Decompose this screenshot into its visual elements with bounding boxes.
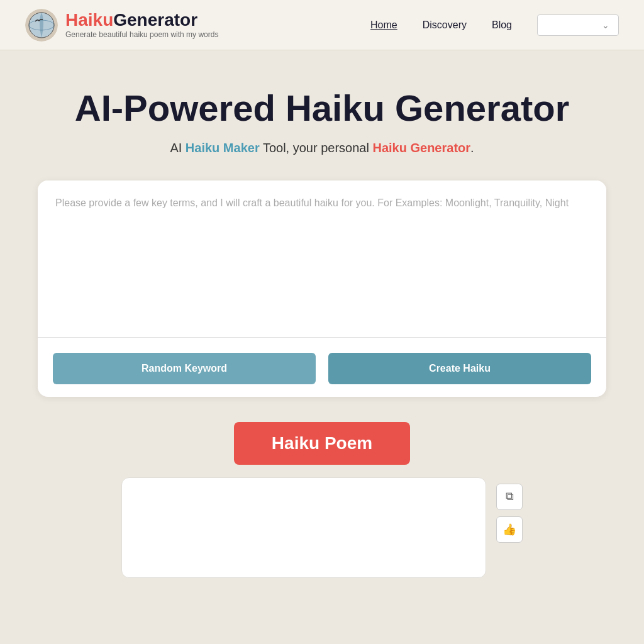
hero-title: AI-Powered Haiku Generator [38, 88, 606, 128]
random-keyword-button[interactable]: Random Keyword [53, 353, 316, 384]
subtitle-prefix: AI [170, 141, 182, 155]
nav-discovery[interactable]: Discovery [423, 19, 467, 31]
nav-home[interactable]: Home [370, 19, 397, 31]
chevron-down-icon: ⌄ [602, 20, 609, 30]
haiku-section: Haiku Poem ⧉ 👍 [38, 416, 606, 578]
like-button[interactable]: 👍 [496, 516, 523, 543]
button-row: Random Keyword Create Haiku [38, 340, 606, 397]
keyword-input[interactable] [38, 180, 606, 338]
nav-dropdown[interactable]: ⌄ [537, 14, 619, 36]
main-content: AI-Powered Haiku Generator AI Haiku Make… [0, 50, 644, 603]
site-header: HaikuGenerator Generate beautiful haiku … [0, 0, 644, 50]
haiku-card [121, 477, 486, 578]
haiku-badge: Haiku Poem [234, 422, 410, 465]
nav-blog[interactable]: Blog [492, 19, 512, 31]
subtitle-suffix: . [470, 141, 474, 155]
haiku-output-area: ⧉ 👍 [38, 477, 606, 578]
haiku-maker-label: Haiku Maker [186, 141, 260, 155]
logo-generator-text: Generator [113, 10, 197, 30]
create-haiku-button[interactable]: Create Haiku [328, 353, 591, 384]
logo-text: HaikuGenerator Generate beautiful haiku … [65, 11, 218, 39]
logo-icon [25, 9, 58, 42]
haiku-generator-label: Haiku Generator [372, 141, 470, 155]
main-nav: Home Discovery Blog ⌄ [370, 14, 619, 36]
hero-subtitle: AI Haiku Maker Tool, your personal Haiku… [38, 141, 606, 155]
copy-button[interactable]: ⧉ [496, 484, 523, 510]
subtitle-middle: Tool, your personal [263, 141, 369, 155]
input-card: Random Keyword Create Haiku [38, 180, 606, 397]
logo-haiku-text: Haiku [65, 10, 113, 30]
haiku-actions: ⧉ 👍 [496, 477, 523, 543]
logo-subtitle: Generate beautiful haiku poem with my wo… [65, 30, 218, 39]
logo-area: HaikuGenerator Generate beautiful haiku … [25, 9, 218, 42]
logo-title: HaikuGenerator [65, 11, 218, 30]
